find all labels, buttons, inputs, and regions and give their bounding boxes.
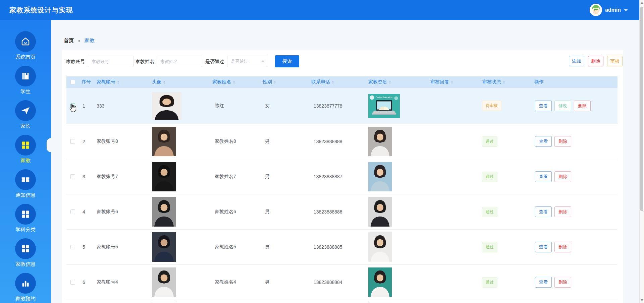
column-header-account[interactable]: 家教账号▲▼ <box>94 79 149 85</box>
pass-select[interactable]: 是否通过 ∨ <box>227 56 268 67</box>
view-row-button[interactable]: 查看 <box>535 136 552 147</box>
delete-row-button[interactable]: 删除 <box>554 171 571 182</box>
column-header-reply[interactable]: 审核回复▲▼ <box>428 79 480 85</box>
scroll-down-icon[interactable] <box>641 299 643 301</box>
sidebar-item-label: 家教信息 <box>15 261 36 267</box>
delete-button[interactable]: 删除 <box>588 56 603 66</box>
tutor-admin-app: 家教系统设计与实现 admin 系统首页学生家长家教通知信息学科分类家教信息家教… <box>0 0 644 303</box>
sort-icon[interactable]: ▲▼ <box>274 80 276 84</box>
row-checkbox[interactable] <box>70 104 75 108</box>
sidebar-item-label: 学科分类 <box>15 227 36 233</box>
sidebar-item-label: 学生 <box>20 88 31 95</box>
view-row-button[interactable]: 查看 <box>535 171 552 182</box>
status-badge: 通过 <box>482 242 497 252</box>
cell-phone: 13823888887 <box>309 174 366 179</box>
sort-icon[interactable]: ▲▼ <box>503 80 505 84</box>
qualification-image <box>368 197 428 227</box>
scrollbar-thumb[interactable] <box>640 7 643 211</box>
qualification-image: Online Education <box>368 94 428 118</box>
column-header-qualification[interactable]: 家教资质▲▼ <box>366 79 428 85</box>
scrollbar[interactable] <box>639 0 644 303</box>
add-button[interactable]: 添加 <box>569 56 584 66</box>
column-header-avatar[interactable]: 头像▲▼ <box>149 79 210 85</box>
cell-status: 通过 <box>480 172 532 182</box>
search-button[interactable]: 搜索 <box>275 55 299 67</box>
sidebar-item-家教信息[interactable]: 家教信息 <box>0 238 51 273</box>
sidebar-item-家长[interactable]: 家长 <box>0 100 51 135</box>
column-header-ops: 操作 <box>532 79 618 85</box>
sidebar-item-学生[interactable]: 学生 <box>0 66 51 100</box>
home-icon <box>15 31 36 52</box>
column-header-status[interactable]: 审核状态▲▼ <box>480 79 532 85</box>
avatar-image <box>152 197 210 227</box>
sort-icon[interactable]: ▲▼ <box>332 80 334 84</box>
column-header-gender[interactable]: 性别▲▼ <box>260 79 309 85</box>
cell-gender: 男 <box>260 279 309 285</box>
ticket-icon <box>15 169 36 190</box>
cell-gender: 男 <box>260 209 309 215</box>
cell-operations: 查看修改删除 <box>532 101 618 111</box>
sort-icon[interactable]: ▲▼ <box>233 80 235 84</box>
cell-index: 3 <box>79 174 94 179</box>
cell-account: 家教账号5 <box>94 244 149 250</box>
filter-name-label: 家教姓名 <box>136 59 154 65</box>
name-search-input[interactable] <box>157 56 202 67</box>
scroll-up-icon[interactable] <box>641 2 643 4</box>
breadcrumb-current[interactable]: 家教 <box>84 38 94 44</box>
row-checkbox[interactable] <box>70 280 75 285</box>
cell-operations: 查看删除 <box>532 171 618 182</box>
delete-row-button[interactable]: 删除 <box>554 242 571 252</box>
cell-gender: 女 <box>260 103 309 109</box>
view-row-button[interactable]: 查看 <box>535 277 552 288</box>
delete-row-button[interactable]: 删除 <box>554 206 571 217</box>
delete-row-button[interactable]: 删除 <box>574 101 591 111</box>
cell-account: 家教账号4 <box>94 279 149 285</box>
select-all-checkbox[interactable] <box>70 80 75 84</box>
row-checkbox[interactable] <box>70 209 75 214</box>
edit-row-button[interactable]: 修改 <box>554 101 571 111</box>
cell-status: 通过 <box>480 242 532 252</box>
sidebar-item-系统首页[interactable]: 系统首页 <box>0 31 51 66</box>
cell-index: 6 <box>79 280 94 285</box>
account-search-input[interactable] <box>88 56 133 67</box>
sidebar-item-家教预约[interactable]: 家教预约 <box>0 273 51 303</box>
sort-icon[interactable]: ▲▼ <box>163 80 165 84</box>
view-row-button[interactable]: 查看 <box>535 101 552 111</box>
cell-account: 333 <box>94 103 149 109</box>
view-row-button[interactable]: 查看 <box>535 206 552 217</box>
user-name: admin <box>605 7 621 13</box>
breadcrumb-home[interactable]: 首页 <box>64 38 74 44</box>
cell-name: 陈红 <box>210 103 260 109</box>
sort-icon[interactable]: ▲▼ <box>451 80 453 84</box>
row-checkbox[interactable] <box>70 245 75 249</box>
plane-icon <box>15 100 36 121</box>
cell-account: 家教账号7 <box>94 174 149 180</box>
sort-icon[interactable]: ▲▼ <box>117 80 119 84</box>
row-checkbox[interactable] <box>70 139 75 144</box>
delete-row-button[interactable]: 删除 <box>554 136 571 147</box>
sidebar-item-通知信息[interactable]: 通知信息 <box>0 169 51 204</box>
cell-name: 家教姓名5 <box>210 244 260 250</box>
grid-icon <box>15 204 36 225</box>
sidebar-item-学科分类[interactable]: 学科分类 <box>0 204 51 238</box>
row-checkbox[interactable] <box>70 174 75 179</box>
status-badge: 待审核 <box>482 101 501 111</box>
sort-icon[interactable]: ▲▼ <box>389 80 391 84</box>
delete-row-button[interactable]: 删除 <box>554 277 571 288</box>
table-row <box>66 300 618 303</box>
table-row: 5 家教账号5 家教姓名5 男 13823888885 通过 查看删除 <box>66 230 618 265</box>
sidebar-item-家教[interactable]: 家教 <box>0 135 51 169</box>
status-badge: 通过 <box>482 136 497 147</box>
qualification-image <box>368 162 428 191</box>
cell-status: 待审核 <box>480 101 532 111</box>
avatar-image <box>152 232 210 262</box>
column-header-phone[interactable]: 联系电话▲▼ <box>309 79 366 85</box>
view-row-button[interactable]: 查看 <box>535 242 552 252</box>
cell-name: 家教姓名7 <box>210 174 260 180</box>
breadcrumb: 首页 ● 家教 <box>64 38 94 44</box>
sidebar-nav: 系统首页学生家长家教通知信息学科分类家教信息家教预约 <box>0 20 51 303</box>
column-header-name[interactable]: 家教姓名▲▼ <box>210 79 260 85</box>
content-card: 家教账号 家教姓名 是否通过 是否通过 ∨ 搜索 添加 删除 审核 序号家教账号… <box>62 50 623 303</box>
user-menu[interactable]: admin <box>590 4 628 16</box>
review-button[interactable]: 审核 <box>607 56 623 66</box>
